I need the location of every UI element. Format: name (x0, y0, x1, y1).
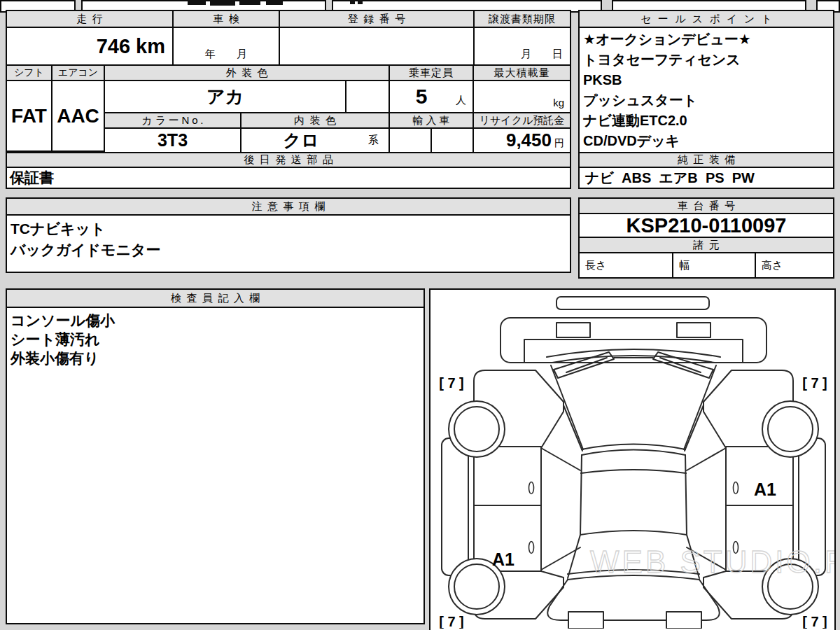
inspection-header: 車検 (174, 11, 280, 28)
watermark-text: WEB STUDIO.RU (590, 545, 834, 579)
mileage-header: 走行 (7, 11, 174, 28)
front-spoiler-strip (556, 297, 709, 309)
notes-list: TCナビキット バックガイドモニター (7, 218, 570, 260)
roof-side-left (580, 455, 582, 535)
sales-point-item: ナビ連動ETC2.0 (580, 111, 833, 131)
capacity-unit: 人 (456, 94, 466, 107)
genuine-equipment-header: 純正装備 (580, 152, 833, 168)
sales-point-item: CD/DVDデッキ (580, 131, 833, 151)
spec-height-cell: 高さ (756, 253, 833, 277)
later-parts-value: 保証書 (7, 168, 570, 188)
inspector-item: 外装小傷有り (7, 349, 424, 368)
exterior-color-value: アカ (105, 81, 346, 113)
door-connector-right-front (687, 448, 726, 470)
exterior-color-empty-cell (346, 81, 390, 113)
rear-bumper-notch-right (666, 612, 701, 629)
chassis-value: KSP210-0110097 (580, 214, 833, 238)
remnant-text (358, 0, 363, 4)
sales-point-item: ★オークションデビュー★ (580, 29, 833, 50)
spec-width-cell: 幅 (673, 253, 756, 277)
spec-length-cell: 長さ (580, 253, 673, 277)
roof-front-arc (582, 444, 685, 450)
specs-header: 諸元 (580, 238, 833, 253)
interior-color-cell: クロ 系 (241, 129, 390, 152)
windshield-edge-left (551, 365, 583, 449)
max-load-value: kg (474, 81, 570, 113)
max-load-header: 最大積載量 (474, 66, 570, 81)
remnant-text (266, 0, 283, 5)
aircon-header: エアコン (52, 66, 105, 81)
roof-mid-arc (581, 470, 686, 473)
rear-bumper-notch-left (568, 612, 603, 629)
interior-color-suffix: 系 (368, 129, 379, 152)
front-bumper-detail-left (556, 323, 590, 337)
rear-window-edge-left (568, 535, 580, 578)
import-value-cell-2 (432, 129, 474, 152)
color-no-header: カラーNo. (105, 113, 241, 129)
cowl-arc (552, 356, 715, 363)
tire-mark-rear-right: [ 7 ] (802, 614, 827, 629)
import-value-cell-1 (390, 129, 432, 152)
damage-mark-right-front-door: A1 (754, 479, 776, 499)
car-diagram-box: [ 7 ] [ 7 ] [ 7 ] [ 7 ] A1 A1 WEB STUDIO… (429, 288, 836, 630)
notes-box: 注意事項欄 TCナビキット バックガイドモニター (6, 197, 571, 273)
sales-point-item: PKSB (580, 70, 833, 90)
a-pillar-left (564, 405, 582, 451)
note-item: TCナビキット (7, 218, 570, 239)
chassis-header: 車台番号 (580, 199, 833, 214)
genuine-equipment-value: ナビ ABS エアB PS PW (580, 168, 833, 188)
auction-sheet: 走行 車検 登録番号 譲渡書類期限 746 km 年 月 月 日 シフト エアコ… (0, 0, 840, 630)
notes-header: 注意事項欄 (7, 199, 570, 216)
shift-header: シフト (7, 66, 52, 81)
inspector-list: コンソール傷小 シート薄汚れ 外装小傷有り (7, 311, 424, 368)
remnant-text (350, 0, 355, 4)
roof-front-arc-inner (582, 450, 685, 456)
sales-points-list: ★オークションデビュー★ トヨタセーフティセンス PKSB プッシュスタート ナ… (580, 29, 833, 152)
rear-window-top-arc (580, 531, 687, 535)
interior-color-value: クロ (241, 129, 360, 152)
inspector-header: 検査員記入欄 (7, 290, 424, 308)
tire-mark-rear-left: [ 7 ] (439, 614, 464, 629)
later-parts-header: 後日発送部品 (7, 152, 570, 168)
tire-mark-front-left: [ 7 ] (439, 375, 464, 391)
recycle-cell: 9,450 円 (474, 129, 570, 152)
interior-color-header: 内装色 (241, 113, 390, 129)
exterior-color-header: 外装色 (105, 66, 390, 81)
color-no-value: 3T3 (105, 129, 241, 152)
windshield-edge-right (684, 365, 716, 449)
shift-value: FAT (7, 81, 52, 152)
inspection-value: 年 月 (174, 28, 280, 66)
damage-mark-left-rear-door: A1 (492, 550, 514, 569)
remnant-text (188, 0, 206, 5)
wheel-front-left (449, 401, 505, 457)
sales-points-box: セールスポイント ★オークションデビュー★ トヨタセーフティセンス PKSB プ… (578, 10, 834, 189)
transfer-deadline-value: 月 日 (475, 28, 570, 66)
sales-point-item: プッシュスタート (580, 90, 833, 111)
mileage-value: 746 km (7, 28, 174, 66)
sill-left (442, 438, 468, 575)
recycle-unit: 円 (554, 132, 564, 150)
wheel-front-right (762, 401, 818, 457)
import-header: 輸入車 (390, 113, 474, 129)
inspector-item: シート薄汚れ (7, 330, 424, 349)
remnant-text (210, 0, 235, 6)
recycle-header: リサイクル預託金 (474, 113, 570, 129)
chassis-box: 車台番号 KSP210-0110097 諸元 長さ 幅 高さ (578, 197, 834, 279)
inspector-item: コンソール傷小 (7, 311, 424, 330)
door-connector-left-rear (541, 547, 580, 570)
car-diagram: [ 7 ] [ 7 ] [ 7 ] [ 7 ] A1 A1 WEB STUDIO… (430, 290, 834, 629)
note-item: バックガイドモニター (7, 239, 570, 260)
capacity-value: 5 (390, 81, 453, 112)
front-grille (524, 340, 743, 363)
recycle-value: 9,450 (506, 130, 552, 151)
tire-mark-front-right: [ 7 ] (802, 375, 827, 391)
door-connector-left-front (541, 448, 580, 470)
registration-value-empty (280, 28, 475, 66)
a-pillar-right (685, 405, 704, 451)
vehicle-info-table: 走行 車検 登録番号 譲渡書類期限 746 km 年 月 月 日 シフト エアコ… (6, 10, 571, 189)
aircon-value: AAC (52, 81, 105, 152)
registration-header: 登録番号 (280, 11, 475, 28)
sales-point-item: トヨタセーフティセンス (580, 50, 833, 70)
capacity-header: 乗車定員 (390, 66, 474, 81)
inspector-box: 検査員記入欄 コンソール傷小 シート薄汚れ 外装小傷有り (6, 288, 425, 624)
